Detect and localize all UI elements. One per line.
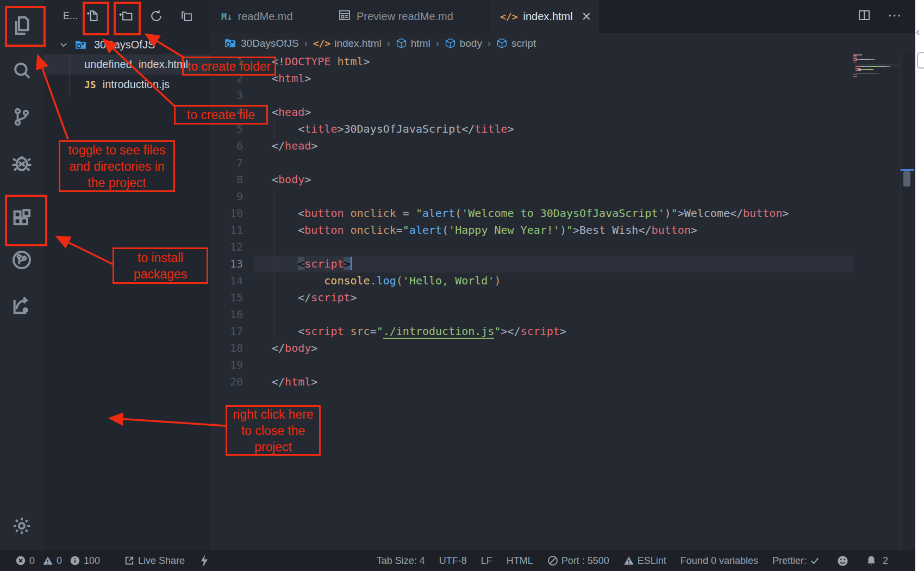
html-file-icon: undefined — [84, 58, 132, 71]
refresh-icon[interactable] — [146, 4, 166, 27]
code-line-9: 9 — [210, 188, 900, 205]
circle-slash-icon — [547, 555, 558, 566]
bell-count: 2 — [883, 555, 888, 567]
remote-explorer-icon[interactable] — [0, 244, 43, 276]
code-line-6: 6</head> — [210, 138, 900, 154]
tree-item-30daysofjs[interactable]: 30DaysOfJS — [43, 36, 210, 53]
overview-cursor-marker — [901, 169, 914, 171]
code-line-20: 20</html> — [210, 374, 900, 390]
encoding-indicator[interactable]: UTF-8 — [439, 555, 467, 567]
tab-preview-readme-md[interactable]: Preview readMe.md — [327, 0, 489, 33]
annotation-create-file: to create file — [174, 105, 268, 125]
check-icon — [810, 556, 820, 566]
code-editor[interactable]: 1<!DOCTYPE html>2<html>34<head>5 <title>… — [210, 53, 915, 550]
tab-label: readMe.md — [238, 10, 292, 23]
text-cursor — [351, 257, 352, 270]
outer-scrollbar-thumb[interactable] — [917, 52, 924, 69]
cube-icon — [445, 38, 456, 49]
breadcrumb-separator: › — [488, 38, 491, 49]
tree-item-label: index.html — [139, 58, 188, 71]
scrollbar-thumb[interactable] — [903, 171, 910, 187]
annotation-box-explorer-icon — [5, 6, 46, 47]
line-number: 18 — [210, 340, 243, 357]
error-icon — [15, 555, 26, 566]
close-icon[interactable]: ✕ — [582, 10, 591, 24]
sidebar-title: E... — [63, 10, 78, 22]
tree-item-label: 30DaysOfJS — [94, 39, 155, 51]
minimap[interactable] — [853, 54, 902, 77]
breadcrumb-item-body[interactable]: body — [445, 38, 482, 49]
line-number: 16 — [210, 306, 243, 323]
chevron-down-icon — [59, 40, 68, 49]
search-icon[interactable] — [0, 54, 43, 86]
breadcrumb-item-script[interactable]: script — [496, 38, 536, 49]
editor-scrollbar[interactable] — [900, 53, 914, 550]
line-number: 20 — [210, 374, 243, 390]
eol-indicator[interactable]: LF — [481, 555, 492, 567]
line-number: 17 — [210, 323, 243, 340]
code-line-18: 18</body> — [210, 340, 900, 357]
line-number: 3 — [210, 87, 243, 104]
folder-icon — [223, 36, 237, 50]
live-share-button[interactable]: Live Share — [124, 555, 185, 567]
line-number: 14 — [210, 272, 243, 289]
annotation-toggle-files: toggle to see files and directories in t… — [59, 140, 175, 192]
warning-count: 0 — [57, 555, 62, 567]
problems-status[interactable]: 0 0 100 — [15, 555, 100, 567]
code-line-1: 1<!DOCTYPE html> — [210, 53, 900, 70]
collapse-all-icon[interactable] — [176, 4, 197, 27]
folder-icon — [74, 38, 88, 52]
feedback-smiley[interactable] — [837, 555, 852, 567]
code-line-12: 12 — [210, 239, 900, 256]
info-count: 100 — [84, 555, 100, 567]
variables-indicator[interactable]: Found 0 variables — [680, 555, 758, 567]
breadcrumb-item-30daysofjs[interactable]: 30DaysOfJS — [223, 36, 299, 50]
outer-scrollbar[interactable]: ‹ — [915, 0, 924, 571]
code-line-11: 11 <button onclick="alert('Happy New Yea… — [210, 222, 900, 239]
error-count: 0 — [29, 555, 35, 567]
tab-index-html[interactable]: </>index.html✕ — [489, 0, 600, 33]
run-debug-icon[interactable] — [0, 147, 43, 179]
line-number: 7 — [210, 154, 243, 171]
language-indicator[interactable]: HTML — [507, 555, 533, 567]
settings-gear-icon[interactable] — [0, 510, 43, 542]
info-icon — [70, 555, 80, 566]
live-share-icon[interactable] — [0, 289, 43, 322]
html-code-icon: </> — [500, 10, 518, 23]
line-number: 11 — [210, 222, 243, 239]
bell-icon — [866, 555, 877, 567]
smiley-icon — [837, 555, 848, 567]
source-control-icon[interactable] — [0, 101, 43, 133]
code-line-10: 10 <button onclick = "alert('Welcome to … — [210, 205, 900, 222]
lightning-icon — [200, 555, 209, 567]
js-file-icon: JS — [84, 79, 96, 90]
port-indicator[interactable]: Port : 5500 — [547, 555, 609, 567]
annotation-create-folder: to create folder — [182, 57, 276, 76]
line-number: 9 — [210, 188, 243, 205]
breadcrumb: 30DaysOfJS›</>index.html›html›body›scrip… — [210, 33, 915, 53]
tree-item-label: introduction.js — [103, 78, 170, 91]
breadcrumb-item-index-html[interactable]: </>index.html — [313, 38, 382, 49]
prettier-indicator[interactable]: Prettier: — [772, 555, 823, 567]
warning-icon — [42, 555, 53, 566]
code-line-19: 19 — [210, 357, 900, 374]
tab-readme-md[interactable]: M↓readMe.md — [210, 0, 327, 33]
line-number: 15 — [210, 289, 243, 306]
tab-label: Preview readMe.md — [357, 10, 453, 23]
breadcrumb-item-html[interactable]: html — [396, 38, 430, 49]
share-icon — [124, 555, 135, 566]
tree-indent-guide — [69, 53, 70, 97]
tab-label: index.html — [523, 10, 573, 23]
eslint-indicator[interactable]: ESLint — [623, 555, 666, 567]
ellipsis-icon[interactable]: ⋯ — [884, 0, 906, 30]
status-right-group: Tab Size: 4 UTF-8 LF HTML Port : 5500 ES… — [377, 555, 888, 567]
code-line-16: 16 — [210, 306, 900, 323]
line-number: 10 — [210, 205, 243, 222]
annotation-box-new-folder — [114, 2, 141, 35]
lightning-button[interactable] — [200, 555, 212, 567]
split-editor-icon[interactable] — [853, 0, 875, 30]
code-line-4: 4<head> — [210, 104, 900, 121]
tab-size-indicator[interactable]: Tab Size: 4 — [377, 555, 425, 567]
notifications-bell[interactable]: 2 — [866, 555, 888, 567]
code-line-8: 8<body> — [210, 171, 900, 188]
